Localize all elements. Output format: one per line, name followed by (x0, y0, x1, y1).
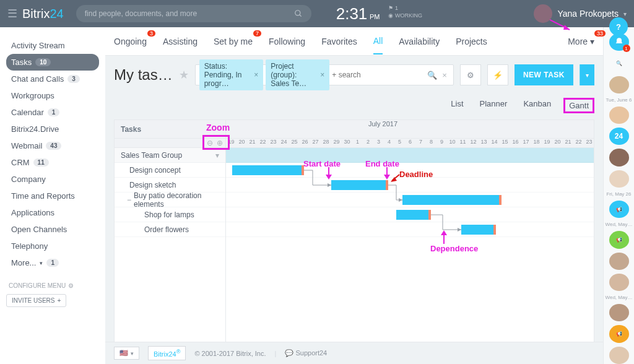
view-kanban[interactable]: Kanban (519, 98, 555, 113)
task-subtabs: Ongoing3 Assisting Set by me7 Following … (105, 27, 603, 56)
day-cell: 29 (331, 139, 342, 148)
logo-accent: 24 (50, 7, 63, 20)
filter-search[interactable]: Status: Pending, In progr…× Project (gro… (195, 64, 454, 85)
view-planner[interactable]: Planner (476, 98, 511, 113)
powered-by[interactable]: Bitrix24® (148, 346, 186, 360)
gantt-bar[interactable] (331, 180, 388, 190)
nav-webmail[interactable]: Webmail43 (6, 137, 99, 154)
nav-activity-stream[interactable]: Activity Stream (6, 37, 99, 54)
gantt-group[interactable]: Sales Team Group▾ (115, 148, 225, 163)
nav-calendar[interactable]: Calendar1 (6, 104, 99, 121)
gantt-bar[interactable] (461, 225, 496, 235)
tab-following[interactable]: Following (269, 29, 305, 54)
contact-avatar[interactable] (609, 170, 629, 188)
contact-avatar[interactable] (609, 76, 629, 93)
clock-status: WORKING (395, 12, 422, 19)
filter-chip-status[interactable]: Status: Pending, In progr…× (199, 59, 264, 90)
chip-close-icon[interactable]: × (254, 71, 258, 79)
search-rail-button[interactable]: 🔍 (609, 54, 629, 72)
nav-time-reports[interactable]: Time and Reports (6, 188, 99, 204)
gantt-bar[interactable] (402, 195, 502, 205)
arrow-icon (436, 229, 451, 244)
page-title: My tas… (114, 66, 173, 84)
contact-avatar[interactable] (609, 149, 629, 166)
zoom-annotation: Zoom (206, 123, 230, 132)
month-label: July 2017 (368, 120, 397, 128)
contact-avatar[interactable] (609, 106, 629, 124)
new-task-button[interactable]: NEW TASK (515, 64, 573, 85)
hamburger-icon[interactable]: ☰ (7, 7, 17, 20)
gantt-task-row[interactable]: Design concept (115, 163, 225, 178)
gantt-task-row[interactable]: Order flowers (115, 222, 225, 237)
day-cell: 3 (373, 139, 384, 148)
chevron-down-icon: ▾ (586, 72, 589, 79)
svg-marker-14 (441, 230, 447, 235)
clock-time: 2:31 (336, 4, 368, 23)
day-cell: 12 (468, 139, 479, 148)
b24-icon[interactable]: 24 (609, 128, 629, 145)
day-cell: 15 (500, 139, 510, 148)
nav-drive[interactable]: Bitrix24.Drive (6, 121, 99, 137)
day-cell: 23 (584, 139, 594, 148)
tab-projects[interactable]: Projects (456, 29, 487, 54)
contact-avatar[interactable] (609, 274, 629, 291)
notifications-button[interactable]: 1 (609, 33, 629, 51)
contact-avatar[interactable] (609, 253, 629, 270)
bolt-icon: ⚡ (493, 71, 503, 80)
filter-chip-project[interactable]: Project (group): Sales Te…× (266, 59, 329, 90)
star-icon[interactable]: ★ (179, 68, 189, 82)
megaphone-icon[interactable]: 📢 (609, 201, 629, 218)
day-cell: 21 (247, 139, 258, 148)
nav-more[interactable]: More... ▾ 1 (6, 254, 99, 271)
global-search[interactable]: find people, documents, and more (76, 5, 311, 22)
search-icon[interactable]: 🔍 (427, 71, 437, 80)
view-list[interactable]: List (447, 98, 467, 113)
language-switch[interactable]: 🇺🇸 ▾ (114, 347, 139, 360)
contact-avatar[interactable] (609, 304, 629, 321)
nav-telephony[interactable]: Telephony (6, 238, 99, 254)
day-cell: 26 (300, 139, 310, 148)
clear-icon[interactable]: × (442, 71, 447, 80)
settings-button[interactable]: ⚙ (460, 64, 481, 85)
tab-favorites[interactable]: Favorites (321, 29, 357, 54)
nav-company[interactable]: Company (6, 171, 99, 188)
nav-open-channels[interactable]: Open Channels (6, 221, 99, 238)
svg-point-0 (295, 11, 300, 15)
nav-applications[interactable]: Applications (6, 204, 99, 221)
notification-count: 1 (623, 45, 630, 52)
support-link[interactable]: 💬 Support24 (285, 349, 327, 357)
view-gantt[interactable]: Gantt (563, 98, 594, 113)
day-cell: 16 (510, 139, 521, 148)
gantt-bar[interactable] (232, 165, 304, 175)
invite-users-button[interactable]: INVITE USERS + (6, 294, 66, 307)
tab-availability[interactable]: Availability (399, 29, 440, 54)
tab-assisting[interactable]: Assisting (163, 29, 198, 54)
tab-setbyme[interactable]: Set by me7 (214, 29, 253, 54)
new-task-dropdown[interactable]: ▾ (580, 64, 594, 85)
configure-menu[interactable]: CONFIGURE MENU ⚙ (6, 282, 99, 289)
contact-avatar[interactable] (609, 347, 629, 364)
clock[interactable]: 2:31 PM ⚑ 1 ◉ WORKING (336, 4, 422, 24)
nav-chat[interactable]: Chat and Calls3 (6, 71, 99, 87)
nav-tasks[interactable]: Tasks10 (6, 54, 99, 71)
help-button[interactable]: ? (609, 17, 628, 36)
gantt-task-row[interactable]: −Buy patio decoration elements (115, 193, 225, 207)
tab-all[interactable]: All (373, 28, 383, 54)
day-cell: 21 (563, 139, 573, 148)
megaphone-icon[interactable]: 📢 (609, 325, 629, 342)
chip-close-icon[interactable]: × (320, 71, 324, 79)
gear-icon: ⚙ (467, 71, 474, 80)
nav-crm[interactable]: CRM11 (6, 154, 99, 171)
megaphone-icon[interactable]: 📢 (609, 231, 629, 248)
clock-ampm: PM (370, 13, 380, 20)
day-cell: 28 (321, 139, 331, 148)
gantt-bar[interactable] (396, 210, 431, 220)
tab-ongoing[interactable]: Ongoing3 (114, 29, 147, 54)
nav-workgroups[interactable]: Workgroups (6, 87, 99, 104)
gantt-task-row[interactable]: Shop for lamps (115, 207, 225, 222)
bolt-button[interactable]: ⚡ (487, 64, 508, 85)
day-scale: 1920212223242526272829301234567891011121… (226, 139, 594, 148)
filter-input[interactable] (332, 71, 425, 79)
gantt-task-row[interactable]: Design sketch (115, 178, 225, 193)
help-label: ? (616, 22, 621, 32)
